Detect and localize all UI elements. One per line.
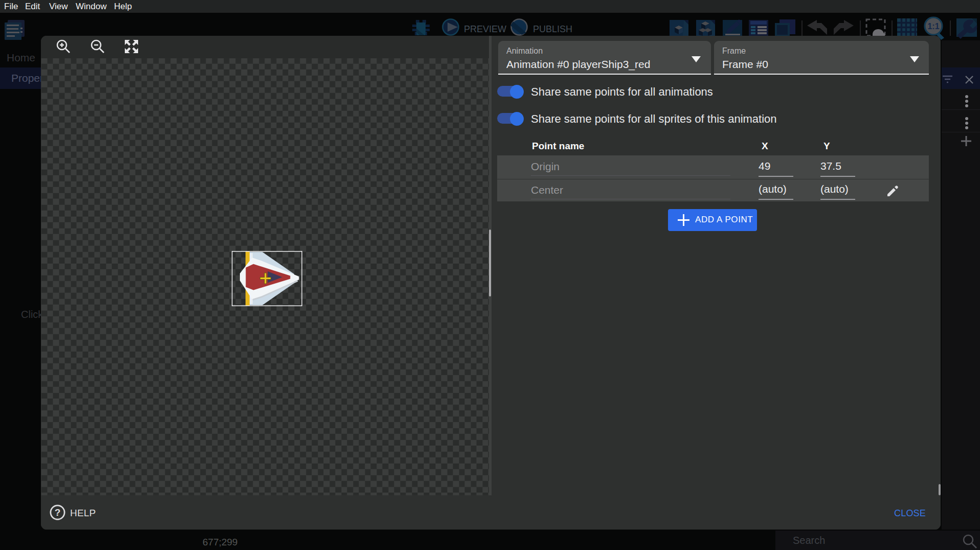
- svg-text:1:1: 1:1: [927, 22, 939, 31]
- svg-text:PREVIEW: PREVIEW: [464, 24, 506, 34]
- svg-text:?: ?: [55, 507, 61, 518]
- svg-text:PUBLISH: PUBLISH: [533, 24, 572, 34]
